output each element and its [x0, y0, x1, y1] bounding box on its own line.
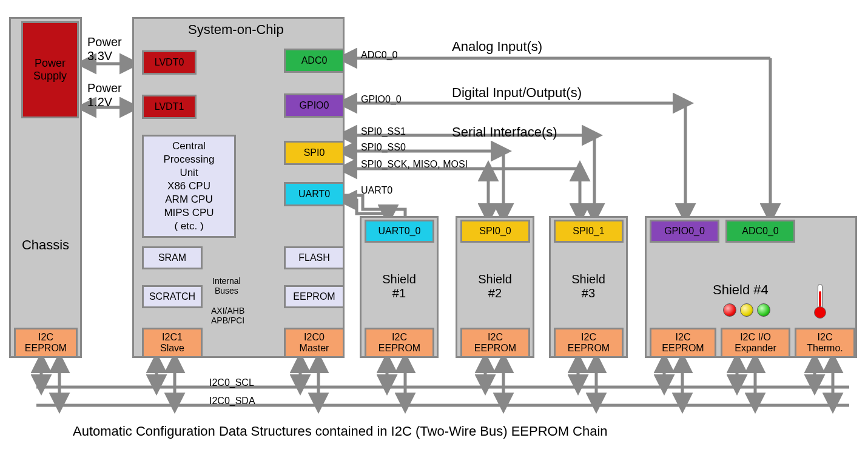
flash: FLASH [284, 246, 345, 269]
shield-4-eeprom: I2C EEPROM [650, 328, 716, 358]
i2c-scl-label: I2C0_SCL [209, 377, 254, 388]
adc0: ADC0 [284, 49, 345, 73]
led-green-icon [757, 303, 770, 317]
spi-bus-label: SPI0_SCK, MISO, MOSI [361, 159, 468, 170]
shield-3-eeprom: I2C EEPROM [554, 328, 624, 358]
shield-1-port: UART0_0 [365, 220, 434, 243]
shield-4-title: Shield #4 [713, 282, 769, 298]
lvdt1: LVDT1 [142, 95, 197, 119]
shield-3-port: SPI0_1 [554, 220, 624, 243]
eeprom: EEPROM [284, 285, 345, 308]
shield-4-gpio: GPIO0_0 [650, 220, 719, 243]
shield-4-thermo: I2C Thermo. [795, 328, 855, 358]
shield-2-eeprom: I2C EEPROM [460, 328, 530, 358]
uart0-sig-label: UART0 [361, 185, 392, 196]
spi0: SPI0 [284, 141, 345, 165]
i2c-sda-label: I2C0_SDA [209, 396, 255, 407]
uart0: UART0 [284, 182, 345, 206]
led-yellow-icon [740, 303, 753, 317]
shield-2-port: SPI0_0 [460, 220, 530, 243]
caption: Automatic Configuration Data Structures … [73, 424, 608, 439]
power-33v-label: Power 3.3V [87, 35, 122, 63]
spi0-ss1-label: SPI0_SS1 [361, 126, 406, 137]
shield-4-adc: ADC0_0 [725, 220, 795, 243]
i2c0-master: I2C0 Master [284, 328, 345, 358]
spi0-ss0-label: SPI0_SS0 [361, 142, 406, 153]
shield-4-io: I2C I/O Expander [721, 328, 790, 358]
thermometer-icon [813, 282, 827, 319]
internal-buses-label: Internal Buses [212, 276, 241, 295]
led-red-icon [723, 303, 736, 317]
adc0-0-label: ADC0_0 [361, 50, 397, 61]
chassis-eeprom: I2C EEPROM [14, 328, 78, 358]
scratch: SCRATCH [142, 285, 203, 308]
bus-names-label: AXI/AHB APB/PCI [211, 306, 244, 325]
power-supply: Power Supply [21, 21, 79, 118]
sram: SRAM [142, 246, 203, 269]
serial-label: Serial Interface(s) [452, 124, 557, 140]
shield-1-eeprom: I2C EEPROM [365, 328, 434, 358]
gpio0-0-label: GPIO0_0 [361, 94, 402, 105]
power-12v-label: Power 1.2V [87, 81, 122, 109]
cpu: Central Processing Unit X86 CPU ARM CPU … [142, 135, 236, 238]
gpio0: GPIO0 [284, 93, 345, 118]
chassis-title: Chassis [22, 237, 69, 253]
lvdt0: LVDT0 [142, 50, 197, 75]
i2c1-slave: I2C1 Slave [142, 328, 203, 358]
digital-label: Digital Input/Output(s) [452, 85, 582, 101]
analog-label: Analog Input(s) [452, 39, 542, 55]
soc-title: System-on-Chip [188, 22, 284, 38]
